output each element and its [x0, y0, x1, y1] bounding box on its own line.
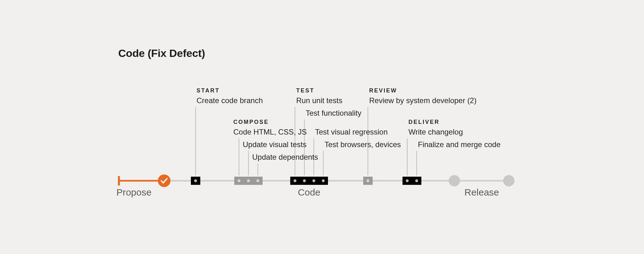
svg-point-7	[238, 179, 241, 182]
phase-release: Release	[464, 187, 499, 198]
category-start: Start	[197, 87, 220, 94]
svg-point-21	[503, 175, 514, 186]
svg-point-8	[247, 179, 250, 182]
task-test-browsers-devices: Test browsers, devices	[325, 140, 401, 149]
task-update-visual-tests: Update visual tests	[243, 140, 307, 149]
task-test-visual-regression: Test visual regression	[315, 128, 388, 137]
svg-point-12	[303, 179, 306, 182]
task-test-functionality: Test functionality	[306, 109, 361, 118]
svg-point-11	[294, 179, 297, 182]
category-compose: Compose	[233, 119, 269, 125]
svg-point-9	[257, 179, 259, 182]
svg-rect-17	[402, 177, 421, 185]
svg-point-13	[313, 179, 315, 182]
task-update-dependents: Update dependents	[252, 153, 318, 162]
timeline-svg	[0, 0, 644, 254]
svg-point-3	[158, 174, 170, 187]
svg-point-18	[406, 179, 409, 182]
svg-point-16	[367, 179, 369, 182]
task-finalize-merge: Finalize and merge code	[418, 140, 501, 149]
diagram-root: Code (Fix Defect)	[0, 0, 644, 254]
task-code-html-css-js: Code HTML, CSS, JS	[233, 128, 307, 137]
task-run-unit-tests: Run unit tests	[296, 96, 342, 105]
phase-propose: Propose	[116, 187, 152, 198]
task-review-by-system-developer: Review by system developer (2)	[369, 96, 476, 105]
category-review: Review	[369, 87, 397, 94]
task-write-changelog: Write changelog	[408, 128, 463, 137]
phase-code: Code	[298, 187, 320, 198]
svg-point-19	[415, 179, 418, 182]
task-create-branch: Create code branch	[197, 96, 263, 105]
svg-point-20	[449, 175, 460, 186]
svg-point-14	[322, 179, 325, 182]
category-deliver: Deliver	[408, 119, 440, 125]
svg-point-5	[194, 179, 197, 182]
category-test: Test	[296, 87, 314, 94]
